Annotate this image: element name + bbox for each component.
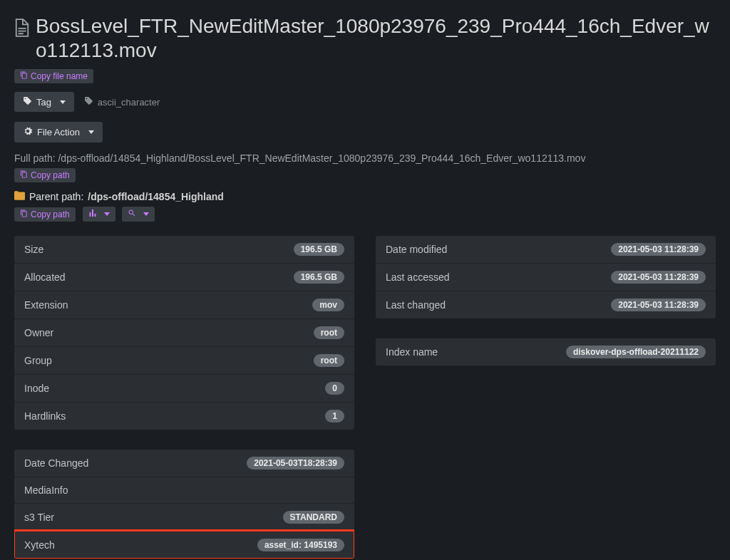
copy-full-path-button[interactable]: Copy path (14, 168, 76, 182)
list-item: Allocated196.5 GB (14, 263, 354, 291)
tag-button[interactable]: Tag (14, 92, 74, 112)
file-extra-list: Date Changed2021-05-03T18:28:39MediaInfo… (14, 450, 354, 559)
tag-icon (84, 96, 93, 108)
list-item: Last accessed2021-05-03 11:28:39 (376, 263, 716, 291)
file-dates-list: Date modified2021-05-03 11:28:39Last acc… (376, 236, 716, 318)
search-icon (128, 209, 136, 219)
list-item-label: s3 Tier (24, 512, 54, 523)
list-item-label: Date Changed (24, 457, 88, 469)
copy-icon (20, 170, 28, 180)
list-item: Extensionmov (14, 291, 354, 318)
folder-icon (14, 191, 25, 202)
list-item-label: Hardlinks (24, 410, 66, 422)
copy-file-name-label: Copy file name (31, 71, 88, 81)
list-item: MediaInfo (14, 477, 354, 503)
list-item-value: 2021-05-03 11:28:39 (611, 243, 706, 256)
list-item: Date modified2021-05-03 11:28:39 (376, 236, 716, 263)
list-item-label: MediaInfo (24, 484, 68, 496)
bar-chart-icon (88, 209, 97, 219)
parent-path-line: Parent path: /dps-offload/14854_Highland (14, 191, 716, 202)
list-item-label: Last changed (386, 299, 446, 311)
list-item-label: Owner (24, 327, 53, 338)
list-item-value: 196.5 GB (294, 243, 344, 256)
full-path-line: Full path: /dps-offload/14854_Highland/B… (14, 152, 716, 164)
existing-tag-label: ascii_character (98, 97, 160, 108)
copy-file-name-button[interactable]: Copy file name (14, 69, 93, 83)
copy-parent-path-label: Copy path (31, 209, 70, 219)
file-action-label: File Action (37, 127, 80, 138)
list-item-value: root (314, 354, 344, 367)
file-title: BossLevel_FTR_NewEditMaster_1080p23976_2… (36, 14, 716, 62)
list-item-value: diskover-dps-offload-20211122 (566, 346, 706, 358)
index-list: Index namediskover-dps-offload-20211122 (376, 338, 716, 365)
list-item-value: 2021-05-03 11:28:39 (611, 299, 706, 311)
list-item: Size196.5 GB (14, 236, 354, 263)
copy-parent-path-button[interactable]: Copy path (14, 207, 76, 222)
parent-path-value: /dps-offload/14854_Highland (88, 191, 224, 202)
copy-icon (20, 209, 28, 219)
list-item: Date Changed2021-05-03T18:28:39 (14, 450, 354, 477)
list-item-label: Extension (24, 299, 68, 311)
file-attributes-list: Size196.5 GBAllocated196.5 GBExtensionmo… (14, 236, 354, 430)
parent-path-label: Parent path: (29, 191, 83, 202)
full-path-value: /dps-offload/14854_Highland/BossLevel_FT… (58, 152, 585, 164)
list-item-value: root (314, 326, 344, 339)
list-item: Xytechasset_id: 1495193 (14, 531, 354, 559)
full-path-label: Full path: (14, 152, 56, 164)
list-item-value: 2021-05-03 11:28:39 (611, 271, 706, 284)
list-item-value: 196.5 GB (294, 271, 344, 284)
copy-full-path-label: Copy path (31, 170, 70, 180)
list-item-label: Allocated (24, 271, 66, 283)
list-item-label: Last accessed (386, 271, 450, 283)
list-item: Hardlinks1 (14, 402, 354, 430)
list-item-label: Index name (386, 346, 438, 358)
list-item-value: 1 (325, 410, 344, 422)
list-item-label: Xytech (24, 539, 55, 551)
tag-label: Tag (36, 97, 51, 108)
list-item-value: 0 (325, 382, 344, 395)
list-item: s3 TierSTANDARD (14, 503, 354, 531)
search-dropdown-button[interactable] (122, 207, 155, 222)
list-item-label: Date modified (386, 244, 447, 255)
list-item: Index namediskover-dps-offload-20211122 (376, 338, 716, 365)
list-item-value: asset_id: 1495193 (257, 539, 344, 551)
file-icon (14, 19, 30, 39)
existing-tag[interactable]: ascii_character (81, 92, 163, 112)
list-item: Inode0 (14, 374, 354, 402)
list-item-value: STANDARD (283, 511, 344, 524)
page-title: BossLevel_FTR_NewEditMaster_1080p23976_2… (14, 14, 716, 62)
list-item: Last changed2021-05-03 11:28:39 (376, 291, 716, 318)
chart-dropdown-button[interactable] (83, 207, 115, 222)
list-item-label: Group (24, 355, 52, 366)
list-item-label: Size (24, 244, 43, 255)
copy-icon (20, 71, 28, 81)
list-item: Grouproot (14, 346, 354, 374)
list-item-value: mov (312, 299, 344, 311)
list-item-value: 2021-05-03T18:28:39 (247, 457, 344, 470)
list-item: Ownerroot (14, 318, 354, 346)
cogs-icon (23, 126, 33, 138)
tag-icon (23, 96, 32, 108)
list-item-label: Inode (24, 383, 49, 394)
file-action-button[interactable]: File Action (14, 122, 103, 142)
